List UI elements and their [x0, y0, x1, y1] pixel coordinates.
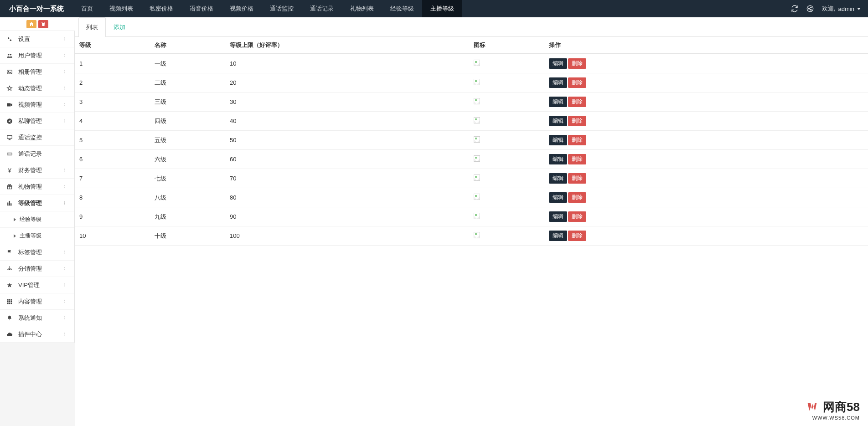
sidebar-item-5[interactable]: 私聊管理〉: [0, 113, 74, 129]
th-upper: 等级上限（好评率）: [225, 37, 469, 54]
edit-button[interactable]: 编辑: [549, 231, 567, 241]
edit-button[interactable]: 编辑: [549, 192, 567, 203]
cell-upper: 60: [225, 150, 469, 169]
th-icon: 图标: [469, 37, 544, 54]
trash-icon: [41, 21, 46, 27]
topnav-item-6[interactable]: 通话记录: [302, 0, 342, 17]
cell-action: 编辑删除: [544, 169, 868, 188]
delete-button[interactable]: 删除: [568, 154, 586, 164]
trash-button[interactable]: [38, 20, 48, 28]
topnav-item-7[interactable]: 礼物列表: [342, 0, 382, 17]
cell-icon: [469, 73, 544, 92]
edit-button[interactable]: 编辑: [549, 77, 567, 88]
svg-point-5: [10, 39, 11, 41]
delete-button[interactable]: 删除: [568, 135, 586, 145]
star-icon: [6, 282, 14, 288]
cell-name: 五级: [150, 131, 225, 150]
home-button[interactable]: [26, 20, 36, 28]
topnav-item-0[interactable]: 首页: [73, 0, 101, 17]
sidebar-item-13[interactable]: VIP管理〉: [0, 277, 74, 293]
svg-rect-25: [11, 299, 12, 300]
cell-icon: [469, 150, 544, 169]
edit-button[interactable]: 编辑: [549, 135, 567, 145]
svg-point-16: [10, 154, 11, 154]
refresh-icon[interactable]: [791, 5, 798, 12]
users-icon: [6, 52, 14, 59]
user-menu[interactable]: 欢迎, admin: [822, 5, 861, 13]
svg-point-19: [9, 266, 10, 267]
sidebar-item-3[interactable]: 动态管理〉: [0, 80, 74, 97]
home-icon: [29, 21, 34, 27]
sidebar-item-0[interactable]: 设置〉: [0, 31, 74, 47]
cell-icon: [469, 169, 544, 188]
sidebar-item-6[interactable]: 通话监控: [0, 129, 74, 146]
delete-button[interactable]: 删除: [568, 173, 586, 184]
sidebar-item-label: 财务管理: [18, 166, 63, 175]
tree-icon: [6, 266, 14, 272]
share-icon[interactable]: [806, 5, 814, 12]
topnav-item-2[interactable]: 私密价格: [141, 0, 181, 17]
sidebar-item-1[interactable]: 用户管理〉: [0, 47, 74, 64]
cell-level: 3: [75, 92, 150, 112]
broken-image-icon: [474, 117, 480, 123]
chevron-right-icon: 〉: [63, 69, 68, 75]
cell-upper: 30: [225, 92, 469, 112]
cell-upper: 40: [225, 112, 469, 131]
cell-action: 编辑删除: [544, 150, 868, 169]
sidebar-item-4[interactable]: 视频管理〉: [0, 97, 74, 113]
grid-icon: [6, 298, 14, 305]
delete-button[interactable]: 删除: [568, 97, 586, 107]
chevron-right-icon: 〉: [63, 298, 68, 305]
sidebar-item-label: 礼物管理: [18, 183, 63, 191]
edit-button[interactable]: 编辑: [549, 97, 567, 107]
topnav-item-4[interactable]: 视频价格: [222, 0, 262, 17]
chevron-right-icon: 〉: [63, 85, 68, 92]
tab-list[interactable]: 列表: [78, 17, 106, 37]
edit-button[interactable]: 编辑: [549, 154, 567, 164]
cell-level: 9: [75, 207, 150, 226]
cell-action: 编辑删除: [544, 54, 868, 73]
cell-upper: 50: [225, 131, 469, 150]
sidebar-item-8[interactable]: 财务管理〉: [0, 162, 74, 179]
broken-image-icon: [474, 175, 480, 181]
delete-button[interactable]: 删除: [568, 77, 586, 88]
topnav-item-5[interactable]: 通话监控: [262, 0, 302, 17]
chevron-right-icon: 〉: [63, 266, 68, 272]
edit-button[interactable]: 编辑: [549, 211, 567, 222]
broken-image-icon: [474, 232, 480, 238]
sidebar-subitem-10-1[interactable]: 主播等级: [0, 228, 74, 244]
sidebar-item-15[interactable]: 系统通知〉: [0, 310, 74, 326]
table-header-row: 等级 名称 等级上限（好评率） 图标 操作: [75, 37, 868, 54]
edit-button[interactable]: 编辑: [549, 58, 567, 69]
topnav-item-8[interactable]: 经验等级: [382, 0, 422, 17]
table-row: 9九级90编辑删除: [75, 207, 868, 226]
delete-button[interactable]: 删除: [568, 192, 586, 203]
sidebar-item-2[interactable]: 相册管理〉: [0, 64, 74, 80]
sidebar-item-7[interactable]: 通话记录: [0, 146, 74, 162]
cell-level: 8: [75, 188, 150, 207]
level-table: 等级 名称 等级上限（好评率） 图标 操作 1一级10编辑删除2二级20编辑删除…: [75, 37, 868, 246]
tab-add[interactable]: 添加: [106, 17, 133, 37]
delete-button[interactable]: 删除: [568, 58, 586, 69]
sidebar-item-16[interactable]: 插件中心〉: [0, 326, 74, 343]
top-bar: 小百合一对一系统 首页视频列表私密价格语音价格视频价格通话监控通话记录礼物列表经…: [0, 0, 868, 17]
chevron-right-icon: 〉: [63, 249, 68, 256]
sidebar-item-12[interactable]: 分销管理〉: [0, 261, 74, 277]
delete-button[interactable]: 删除: [568, 211, 586, 222]
sidebar-item-9[interactable]: 礼物管理〉: [0, 179, 74, 195]
sidebar-item-10[interactable]: 等级管理〉: [0, 195, 74, 211]
topnav-item-9[interactable]: 主播等级: [422, 0, 462, 17]
sidebar-subitem-10-0[interactable]: 经验等级: [0, 211, 74, 228]
edit-button[interactable]: 编辑: [549, 173, 567, 184]
sidebar-item-11[interactable]: 标签管理〉: [0, 244, 74, 261]
cell-action: 编辑删除: [544, 112, 868, 131]
delete-button[interactable]: 删除: [568, 231, 586, 241]
broken-image-icon: [474, 213, 480, 219]
cell-icon: [469, 131, 544, 150]
delete-button[interactable]: 删除: [568, 116, 586, 126]
topnav-item-1[interactable]: 视频列表: [101, 0, 141, 17]
sidebar-item-14[interactable]: 内容管理〉: [0, 293, 74, 310]
cell-action: 编辑删除: [544, 73, 868, 92]
edit-button[interactable]: 编辑: [549, 116, 567, 126]
topnav-item-3[interactable]: 语音价格: [181, 0, 222, 17]
